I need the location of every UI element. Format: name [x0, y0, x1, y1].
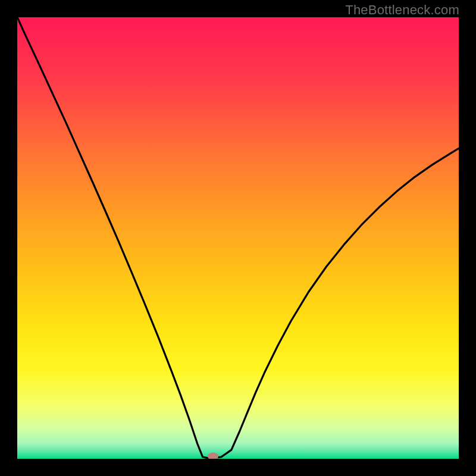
plot-area: [17, 17, 459, 459]
chart-frame: TheBottleneck.com: [0, 0, 476, 476]
watermark-text: TheBottleneck.com: [345, 2, 459, 18]
bottleneck-marker: [208, 453, 218, 459]
curve-line: [17, 17, 459, 459]
